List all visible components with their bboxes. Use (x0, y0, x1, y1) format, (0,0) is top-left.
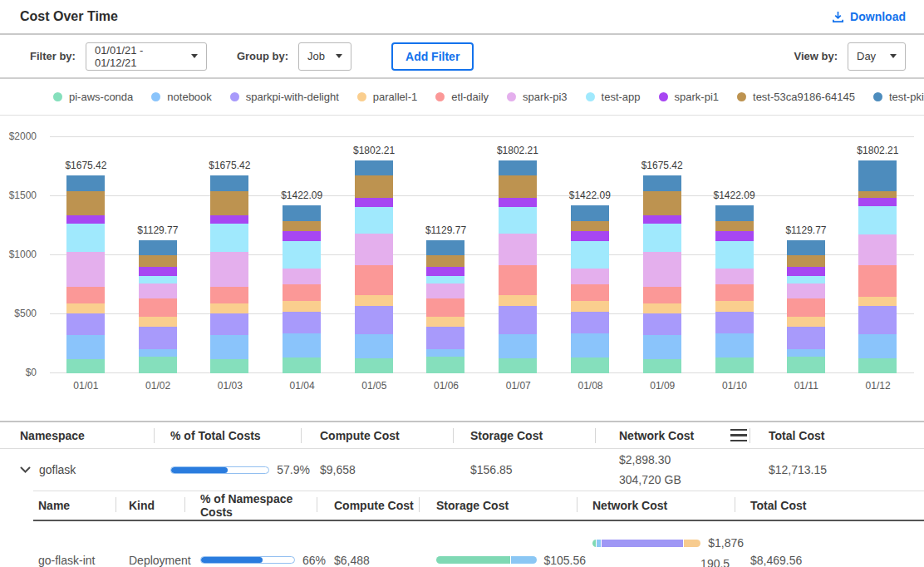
bar-segment[interactable] (715, 269, 754, 284)
bar-segment[interactable] (66, 313, 105, 335)
bar-segment[interactable] (643, 224, 681, 251)
legend-item[interactable]: test-pkix (873, 91, 924, 103)
legend-item[interactable]: notebook (151, 91, 212, 103)
bar-segment[interactable] (787, 349, 825, 357)
bar-segment[interactable] (355, 334, 393, 357)
bar-segment[interactable] (643, 303, 681, 314)
bar-segment[interactable] (66, 215, 105, 224)
bar-segment[interactable] (283, 301, 321, 311)
bar-segment[interactable] (787, 276, 825, 284)
namespace-expand-toggle[interactable]: goflask (0, 463, 163, 476)
col-total-cost[interactable]: Total Cost (759, 422, 924, 448)
col-namespace[interactable]: Namespace (0, 422, 163, 448)
bar-segment[interactable] (426, 357, 464, 373)
bar-segment[interactable] (139, 327, 177, 349)
bar-segment[interactable] (571, 205, 609, 221)
col-pct-total-costs[interactable]: % of Total Costs (163, 422, 310, 448)
stacked-bar[interactable] (787, 240, 825, 373)
bar-segment[interactable] (499, 306, 537, 334)
bar-segment[interactable] (643, 313, 681, 335)
bar-segment[interactable] (139, 240, 177, 255)
bar-segment[interactable] (426, 284, 464, 298)
bar-segment[interactable] (139, 317, 177, 328)
stacked-bar[interactable] (66, 175, 105, 373)
bar-segment[interactable] (858, 297, 897, 306)
bar-segment[interactable] (210, 313, 248, 335)
bar-segment[interactable] (715, 301, 754, 311)
stacked-bar[interactable] (643, 175, 681, 373)
stacked-bar[interactable] (858, 160, 897, 373)
bar-segment[interactable] (66, 335, 105, 359)
bar-segment[interactable] (355, 295, 393, 306)
subcol-name[interactable]: Name (33, 491, 125, 520)
bar-segment[interactable] (499, 160, 537, 175)
bar-segment[interactable] (426, 255, 464, 268)
bar-segment[interactable] (571, 333, 609, 358)
bar-segment[interactable] (499, 175, 537, 198)
bar-segment[interactable] (787, 317, 825, 328)
bar-segment[interactable] (139, 255, 177, 268)
bar-segment[interactable] (858, 191, 897, 199)
bar-segment[interactable] (139, 349, 177, 357)
bar-segment[interactable] (66, 175, 105, 191)
legend-item[interactable]: test-53ca9186-64145 (737, 91, 855, 103)
bar-segment[interactable] (355, 160, 393, 175)
bar-segment[interactable] (499, 234, 537, 265)
subcol-total-cost[interactable]: Total Cost (744, 491, 924, 520)
stacked-bar[interactable] (499, 160, 537, 373)
group-by-select[interactable]: Job (298, 42, 351, 71)
bar-segment[interactable] (139, 267, 177, 276)
legend-item[interactable]: spark-pi1 (659, 91, 719, 103)
bar-segment[interactable] (210, 359, 248, 373)
bar-segment[interactable] (426, 317, 464, 328)
bar-segment[interactable] (283, 269, 321, 284)
bar-segment[interactable] (283, 231, 321, 241)
stacked-bar[interactable] (571, 205, 609, 373)
bar-segment[interactable] (283, 221, 321, 231)
bar-segment[interactable] (858, 206, 897, 234)
bar-segment[interactable] (858, 306, 897, 334)
subcol-pct-namespace-costs[interactable]: % of Namespace Costs (194, 491, 326, 520)
subcol-storage-cost[interactable]: Storage Cost (428, 491, 586, 520)
bar-segment[interactable] (355, 306, 393, 334)
add-filter-button[interactable]: Add Filter (391, 42, 474, 71)
bar-segment[interactable] (499, 198, 537, 208)
stacked-bar[interactable] (139, 240, 177, 373)
bar-segment[interactable] (715, 241, 754, 269)
subcol-kind[interactable]: Kind (125, 491, 194, 520)
bar-segment[interactable] (355, 265, 393, 295)
col-compute-cost[interactable]: Compute Cost (310, 422, 462, 448)
bar-segment[interactable] (210, 252, 248, 288)
stacked-bar[interactable] (355, 160, 393, 373)
bar-segment[interactable] (643, 359, 681, 373)
bar-segment[interactable] (66, 303, 105, 314)
bar-segment[interactable] (858, 265, 897, 297)
legend-item[interactable]: pi-aws-conda (53, 91, 133, 103)
menu-icon[interactable] (730, 429, 747, 442)
legend-item[interactable]: etl-daily (435, 91, 489, 103)
bar-segment[interactable] (571, 312, 609, 333)
bar-segment[interactable] (643, 215, 681, 224)
bar-segment[interactable] (571, 284, 609, 302)
bar-segment[interactable] (283, 357, 321, 373)
subcol-compute-cost[interactable]: Compute Cost (326, 491, 428, 520)
bar-segment[interactable] (715, 312, 754, 333)
bar-segment[interactable] (571, 221, 609, 231)
col-network-cost[interactable]: Network Cost (604, 422, 759, 448)
bar-segment[interactable] (715, 231, 754, 241)
bar-segment[interactable] (426, 327, 464, 349)
view-by-select[interactable]: Day (848, 42, 906, 71)
bar-segment[interactable] (66, 224, 105, 251)
bar-segment[interactable] (643, 335, 681, 359)
bar-segment[interactable] (787, 240, 825, 255)
bar-segment[interactable] (571, 269, 609, 284)
stacked-bar[interactable] (426, 240, 464, 373)
bar-segment[interactable] (571, 357, 609, 373)
bar-segment[interactable] (139, 357, 177, 373)
bar-segment[interactable] (787, 298, 825, 317)
bar-segment[interactable] (858, 334, 897, 357)
bar-segment[interactable] (66, 191, 105, 214)
bar-segment[interactable] (283, 241, 321, 269)
bar-segment[interactable] (355, 234, 393, 265)
bar-segment[interactable] (139, 284, 177, 298)
